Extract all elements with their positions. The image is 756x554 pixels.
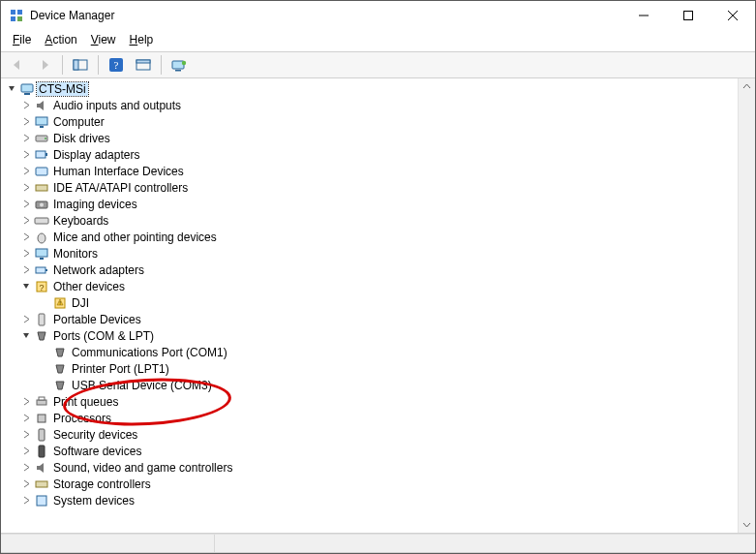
tree-item-monitors[interactable]: Monitors (1, 245, 739, 262)
tree-item-mice[interactable]: Mice and other pointing devices (1, 229, 739, 245)
chevron-right-icon[interactable] (19, 263, 33, 277)
nav-back-button[interactable] (5, 53, 30, 77)
tree-item-audio[interactable]: Audio inputs and outputs (1, 97, 739, 113)
svg-rect-18 (24, 93, 30, 95)
minimize-button[interactable] (621, 1, 666, 30)
chevron-down-icon[interactable] (19, 280, 33, 293)
chevron-right-icon[interactable] (19, 247, 33, 261)
unknown-device-icon: ? (34, 279, 49, 294)
svg-rect-23 (36, 151, 45, 158)
keyboard-icon (34, 213, 49, 229)
tree-item-ports-usb-com3[interactable]: USB Serial Device (COM3) (1, 377, 739, 393)
svg-rect-42 (38, 415, 45, 422)
port-icon (52, 378, 68, 393)
svg-rect-5 (684, 12, 693, 20)
chevron-down-icon[interactable] (19, 329, 33, 343)
vertical-scrollbar[interactable] (738, 78, 755, 533)
chevron-right-icon[interactable] (19, 132, 33, 145)
scroll-up-button[interactable] (739, 78, 755, 95)
chevron-right-icon[interactable] (19, 412, 33, 425)
svg-rect-9 (74, 60, 78, 70)
menu-help[interactable]: Help (123, 32, 161, 47)
tree-item-printq[interactable]: Print queues (1, 393, 739, 410)
close-button[interactable] (711, 1, 755, 30)
chevron-right-icon[interactable] (19, 214, 33, 228)
chevron-right-icon[interactable] (19, 461, 33, 475)
tree-root[interactable]: CTS-MSi (1, 80, 739, 97)
chevron-right-icon[interactable] (19, 115, 33, 129)
tree-item-other-dji[interactable]: ! DJI (1, 294, 739, 311)
help-button[interactable]: ? (104, 53, 129, 77)
chevron-right-icon[interactable] (19, 99, 33, 112)
chevron-right-icon[interactable] (19, 231, 33, 244)
tree-item-portable[interactable]: Portable Devices (1, 311, 739, 327)
chevron-right-icon[interactable] (19, 181, 33, 195)
speaker-icon (34, 98, 49, 113)
svg-rect-31 (36, 249, 47, 257)
network-icon (34, 262, 49, 278)
tree-item-display[interactable]: Display adapters (1, 146, 739, 163)
menu-file[interactable]: File (6, 32, 38, 47)
warning-device-icon: ! (52, 295, 68, 311)
tree-item-processors[interactable]: Processors (1, 410, 739, 426)
device-tree[interactable]: CTS-MSi Audio inputs and outputs Compute… (1, 78, 739, 533)
tree-item-computer[interactable]: Computer (1, 113, 739, 130)
svg-rect-3 (17, 16, 22, 21)
titlebar[interactable]: Device Manager (1, 1, 755, 30)
tree-item-disk[interactable]: Disk drives (1, 130, 739, 146)
chevron-right-icon[interactable] (19, 198, 33, 211)
scan-hardware-button[interactable] (166, 53, 192, 77)
svg-point-28 (40, 202, 44, 206)
svg-rect-40 (37, 400, 46, 405)
tree-item-ide[interactable]: IDE ATA/ATAPI controllers (1, 179, 739, 196)
chevron-right-icon[interactable] (19, 494, 33, 508)
chevron-right-icon[interactable] (19, 445, 33, 458)
tree-item-software[interactable]: Software devices (1, 443, 739, 459)
properties-button[interactable] (131, 53, 156, 77)
maximize-button[interactable] (666, 1, 711, 30)
content-area: CTS-MSi Audio inputs and outputs Compute… (1, 78, 755, 553)
cpu-icon (34, 411, 49, 426)
chevron-right-icon[interactable] (19, 395, 33, 409)
tree-item-storage[interactable]: Storage controllers (1, 476, 739, 492)
chevron-right-icon[interactable] (19, 148, 33, 162)
tree-item-ports[interactable]: Ports (COM & LPT) (1, 327, 739, 344)
svg-rect-2 (11, 16, 15, 21)
tree-item-system[interactable]: System devices (1, 492, 739, 508)
toolbar: ? (1, 51, 755, 78)
status-pane (215, 535, 755, 552)
tree-item-keyboards[interactable]: Keyboards (1, 212, 739, 229)
svg-rect-34 (45, 269, 47, 271)
system-icon (34, 493, 49, 508)
toolbar-separator (62, 55, 63, 75)
chevron-down-icon[interactable] (5, 82, 18, 96)
chevron-right-icon[interactable] (19, 165, 33, 178)
menu-action[interactable]: Action (38, 32, 83, 47)
chevron-right-icon[interactable] (19, 477, 33, 491)
tree-root-label[interactable]: CTS-MSi (37, 82, 88, 96)
app-icon (9, 8, 24, 23)
tree-item-imaging[interactable]: Imaging devices (1, 196, 739, 212)
monitor-icon (34, 114, 49, 130)
tree-item-ports-lpt1[interactable]: Printer Port (LPT1) (1, 360, 739, 377)
tree-item-security[interactable]: Security devices (1, 426, 739, 443)
chevron-right-icon[interactable] (19, 313, 33, 326)
portable-icon (34, 312, 49, 327)
window-title: Device Manager (30, 9, 114, 22)
tree-item-ports-com1[interactable]: Communications Port (COM1) (1, 344, 739, 360)
toolbar-separator (161, 55, 162, 75)
nav-forward-button[interactable] (32, 53, 57, 77)
scroll-down-button[interactable] (739, 516, 755, 533)
tree-item-hid[interactable]: Human Interface Devices (1, 163, 739, 179)
software-icon (34, 444, 49, 459)
chevron-right-icon[interactable] (19, 428, 33, 442)
tree-item-sound[interactable]: Sound, video and game controllers (1, 459, 739, 476)
tree-item-network[interactable]: Network adapters (1, 262, 739, 278)
tree-item-other[interactable]: ? Other devices (1, 278, 739, 294)
svg-rect-45 (36, 481, 47, 487)
menu-view[interactable]: View (84, 32, 123, 47)
svg-point-16 (182, 61, 186, 65)
show-tree-button[interactable] (68, 53, 93, 77)
svg-rect-24 (45, 153, 47, 156)
svg-rect-15 (175, 70, 181, 72)
